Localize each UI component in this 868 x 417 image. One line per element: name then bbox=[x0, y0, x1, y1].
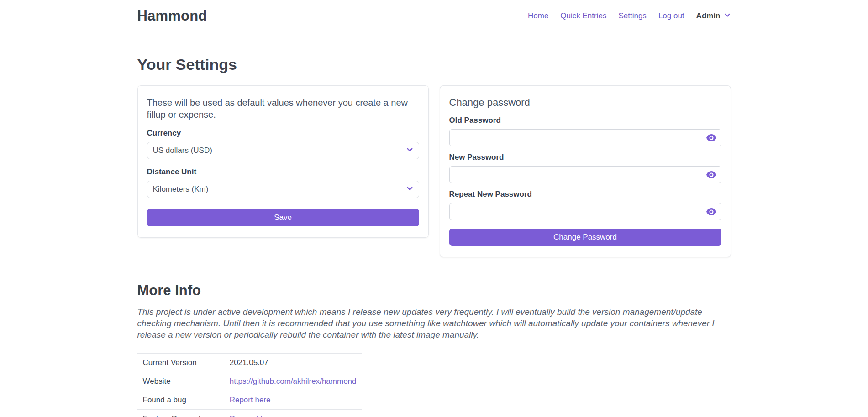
toggle-repeat-password-visibility-button[interactable] bbox=[705, 207, 717, 216]
table-row: Feature Request Request here bbox=[137, 410, 362, 417]
currency-label: Currency bbox=[147, 129, 419, 138]
distance-unit-label: Distance Unit bbox=[147, 167, 419, 177]
toggle-new-password-visibility-button[interactable] bbox=[705, 170, 717, 179]
chevron-down-icon bbox=[406, 146, 414, 156]
info-row-label: Found a bug bbox=[137, 391, 224, 410]
website-link[interactable]: https://github.com/akhilrex/hammond bbox=[230, 377, 357, 386]
repeat-new-password-label: Repeat New Password bbox=[449, 190, 721, 199]
new-password-input[interactable] bbox=[449, 166, 721, 183]
nav-links: Home Quick Entries Settings Log out Admi… bbox=[528, 11, 731, 21]
save-button[interactable]: Save bbox=[147, 209, 419, 226]
navbar: Hammond Home Quick Entries Settings Log … bbox=[137, 0, 731, 32]
more-info-note: This project is under active development… bbox=[137, 306, 731, 340]
more-info-title: More Info bbox=[137, 282, 731, 299]
repeat-new-password-input[interactable] bbox=[449, 203, 721, 220]
table-row: Found a bug Report here bbox=[137, 391, 362, 410]
defaults-card: These will be used as default values whe… bbox=[137, 85, 429, 238]
currency-selected-value: US dollars (USD) bbox=[153, 146, 212, 155]
distance-unit-selected-value: Kilometers (Km) bbox=[153, 185, 209, 194]
eye-icon bbox=[706, 134, 716, 141]
change-password-card: Change password Old Password New Passwor… bbox=[440, 85, 731, 257]
info-row-label: Current Version bbox=[137, 354, 224, 372]
eye-icon bbox=[706, 171, 716, 178]
current-version-value: 2021.05.07 bbox=[224, 354, 362, 372]
table-row: Current Version 2021.05.07 bbox=[137, 354, 362, 372]
nav-item-quick-entries[interactable]: Quick Entries bbox=[560, 11, 606, 21]
info-row-label: Website bbox=[137, 372, 224, 391]
page-title: Your Settings bbox=[137, 56, 731, 73]
distance-unit-select[interactable]: Kilometers (Km) bbox=[147, 181, 419, 198]
user-menu-admin[interactable]: Admin bbox=[696, 11, 731, 21]
user-menu-label: Admin bbox=[696, 11, 721, 21]
feature-request-link[interactable]: Request here bbox=[230, 414, 276, 417]
info-row-label: Feature Request bbox=[137, 410, 224, 417]
report-bug-link[interactable]: Report here bbox=[230, 396, 271, 404]
nav-item-home[interactable]: Home bbox=[528, 11, 548, 21]
change-password-title: Change password bbox=[449, 97, 721, 109]
chevron-down-icon bbox=[406, 185, 414, 194]
more-info-table: Current Version 2021.05.07 Website https… bbox=[137, 353, 362, 417]
old-password-input[interactable] bbox=[449, 129, 721, 146]
new-password-label: New Password bbox=[449, 153, 721, 162]
currency-select[interactable]: US dollars (USD) bbox=[147, 142, 419, 159]
eye-icon bbox=[706, 208, 716, 215]
change-password-button[interactable]: Change Password bbox=[449, 229, 721, 246]
section-divider bbox=[137, 276, 731, 276]
toggle-old-password-visibility-button[interactable] bbox=[705, 133, 717, 142]
defaults-description: These will be used as default values whe… bbox=[147, 97, 419, 120]
nav-item-logout[interactable]: Log out bbox=[658, 11, 684, 21]
settings-cards: These will be used as default values whe… bbox=[137, 85, 731, 257]
table-row: Website https://github.com/akhilrex/hamm… bbox=[137, 372, 362, 391]
nav-item-settings[interactable]: Settings bbox=[618, 11, 646, 21]
chevron-down-icon bbox=[724, 11, 731, 21]
old-password-label: Old Password bbox=[449, 116, 721, 125]
brand-logo[interactable]: Hammond bbox=[137, 8, 207, 24]
